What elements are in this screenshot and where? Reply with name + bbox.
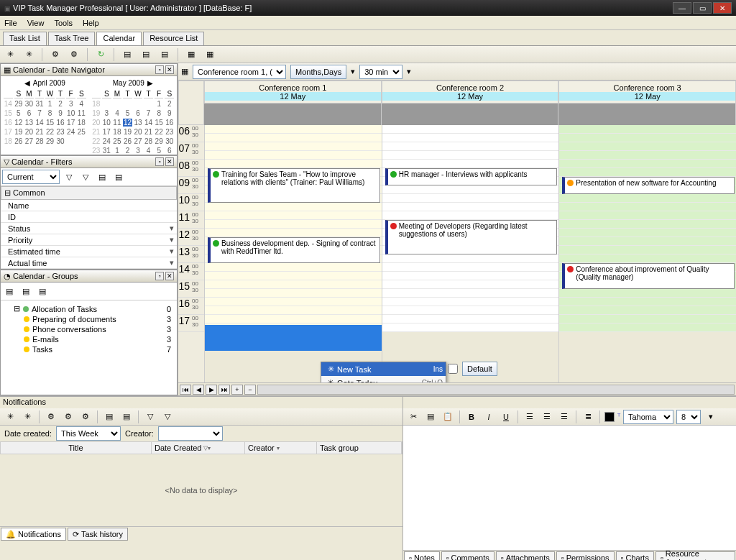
calendar-day[interactable]: 22 — [45, 128, 55, 136]
right-tab[interactable]: ▫Charts — [616, 551, 654, 560]
calendar-event[interactable]: Business development dep. - Signing of c… — [208, 237, 380, 263]
prev-month-icon[interactable]: ◀ — [24, 79, 30, 87]
calendar-day[interactable]: 30 — [165, 137, 174, 145]
tree-item[interactable]: Phone conversations3 — [24, 324, 174, 334]
font-select[interactable]: Tahoma — [623, 410, 673, 424]
notif-tool-icon[interactable]: ⚙ — [44, 410, 58, 424]
filter-tool-icon[interactable]: ▤ — [95, 170, 109, 184]
notif-tool-icon[interactable]: ✳ — [20, 410, 34, 424]
toolbar-icon[interactable]: ▤ — [139, 47, 153, 62]
toolbar-icon[interactable]: ▦ — [184, 47, 198, 62]
calendar-day[interactable]: 4 — [113, 109, 122, 117]
menu-tools[interactable]: Tools — [54, 19, 73, 27]
cut-icon[interactable]: ✂ — [406, 410, 420, 424]
pane-pin-icon[interactable]: ▫ — [155, 65, 164, 74]
tree-item[interactable]: E-mails3 — [24, 334, 174, 344]
calendar-day[interactable]: 28 — [144, 137, 153, 145]
calendar-day[interactable]: 14 — [35, 119, 45, 127]
pane-close-icon[interactable]: ✕ — [165, 272, 174, 280]
paste-icon[interactable]: 📋 — [441, 410, 455, 424]
filter-preset-select[interactable]: Current — [2, 170, 60, 184]
next-button[interactable]: ▶ — [206, 385, 217, 395]
toolbar-icon[interactable]: ▤ — [157, 47, 172, 62]
add-button[interactable]: + — [231, 385, 243, 395]
pane-close-icon[interactable]: ✕ — [165, 157, 174, 166]
notif-tool-icon[interactable]: ✳ — [3, 410, 17, 424]
align-center-icon[interactable]: ☰ — [540, 410, 554, 424]
calendar-day[interactable]: 15 — [155, 119, 164, 127]
notif-tool-icon[interactable]: ▤ — [102, 410, 116, 424]
filter-field[interactable]: Status▾ — [1, 223, 177, 234]
calendar-day[interactable]: 13 — [24, 119, 34, 127]
groups-tool-icon[interactable]: ▤ — [19, 284, 33, 298]
menu-help[interactable]: Help — [83, 19, 99, 27]
calendar-day[interactable]: 23 — [56, 128, 65, 136]
calendar-day[interactable]: 18 — [77, 119, 86, 127]
filter-field[interactable]: Actual time▾ — [1, 257, 177, 269]
calendar-day[interactable]: 29 — [155, 137, 164, 145]
toolbar-icon[interactable]: ✳ — [22, 47, 36, 62]
calendar-event[interactable]: HR manager - Interviews with applicants — [385, 168, 558, 185]
interval-select[interactable]: 30 min — [359, 65, 402, 79]
calendar-day[interactable]: 18 — [113, 128, 122, 136]
tree-root[interactable]: ⊟Allocation of Tasks0 — [14, 303, 174, 314]
filter-tool-icon[interactable]: ▽ — [62, 170, 76, 184]
toolbar-icon[interactable]: ▦ — [203, 47, 217, 62]
right-tab[interactable]: ▫Attachments — [496, 551, 555, 560]
filter-field[interactable]: Priority▾ — [1, 234, 177, 246]
chevron-down-icon[interactable]: ▾ — [165, 235, 177, 244]
calendar-day[interactable]: 29 — [14, 100, 24, 108]
calendar-day[interactable] — [123, 100, 132, 108]
calendar-day[interactable]: 7 — [144, 109, 153, 117]
calendar-day[interactable]: 26 — [14, 137, 24, 145]
calendar-day[interactable]: 4 — [144, 147, 153, 155]
bold-icon[interactable]: B — [464, 410, 479, 424]
calendar-day[interactable]: 5 — [155, 147, 164, 155]
calendar-day[interactable]: 6 — [165, 147, 174, 155]
right-tab[interactable]: ▫Permissions — [556, 551, 615, 560]
bottom-tab-notifications[interactable]: 🔔Notifications — [1, 528, 66, 541]
next-month-icon[interactable]: ▶ — [147, 79, 153, 87]
calendar-event[interactable]: Meeting of Developers (Regarding latest … — [385, 220, 558, 254]
last-button[interactable]: ⏭ — [218, 385, 230, 395]
filter-field[interactable]: ID — [1, 211, 177, 223]
calendar-day[interactable]: 25 — [77, 128, 86, 136]
calendar-day[interactable]: 23 — [165, 128, 174, 136]
calendar-day[interactable]: 1 — [155, 100, 164, 108]
date-created-select[interactable]: This Week — [56, 426, 121, 441]
calendar-day[interactable]: 30 — [24, 100, 34, 108]
calendar-day[interactable]: 12 — [123, 119, 132, 127]
bottom-tab-task-history[interactable]: ⟳Task history — [68, 528, 128, 541]
right-tab[interactable]: ▫Comments — [441, 551, 494, 560]
calendar-day[interactable]: 22 — [155, 128, 164, 136]
calendar-day[interactable]: 29 — [45, 137, 55, 145]
menu-file[interactable]: File — [4, 19, 17, 27]
calendar-day[interactable] — [66, 137, 75, 145]
calendar-day[interactable]: 6 — [24, 109, 34, 117]
calendar-day[interactable]: 13 — [134, 119, 143, 127]
calendar-day[interactable]: 27 — [134, 137, 143, 145]
toolbar-icon[interactable]: ⚙ — [67, 47, 81, 62]
calendar-day[interactable]: 24 — [66, 128, 75, 136]
day-column[interactable]: Presentation of new software for Account… — [558, 125, 736, 382]
calendar-day[interactable]: 31 — [102, 147, 111, 155]
calendar-grid[interactable]: Conference room 112 MayConference room 2… — [178, 81, 736, 382]
calendar-day[interactable]: 10 — [102, 119, 111, 127]
pane-pin-icon[interactable]: ▫ — [155, 272, 164, 280]
tab-resource-list[interactable]: Resource List — [143, 32, 204, 45]
calendar-day[interactable]: 2 — [123, 147, 132, 155]
more-icon[interactable]: ▾ — [704, 410, 718, 424]
calendar-day[interactable]: 10 — [66, 109, 75, 117]
day-column[interactable]: Training for Sales Team - "How to improv… — [204, 125, 382, 382]
calendar-event[interactable]: Conference about improvement of Quality … — [562, 263, 735, 289]
col-creator[interactable]: Creator▾ — [245, 442, 317, 454]
calendar-day[interactable] — [144, 100, 153, 108]
calendar-day[interactable] — [102, 100, 111, 108]
calendar-day[interactable]: 20 — [24, 128, 34, 136]
calendar-day[interactable]: 26 — [123, 137, 132, 145]
calendar-day[interactable]: 25 — [113, 137, 122, 145]
calendar-day[interactable]: 7 — [35, 109, 45, 117]
calendar-day[interactable]: 5 — [123, 109, 132, 117]
pane-pin-icon[interactable]: ▫ — [155, 157, 164, 166]
day-column[interactable]: HR manager - Interviews with applicantsM… — [382, 125, 559, 382]
